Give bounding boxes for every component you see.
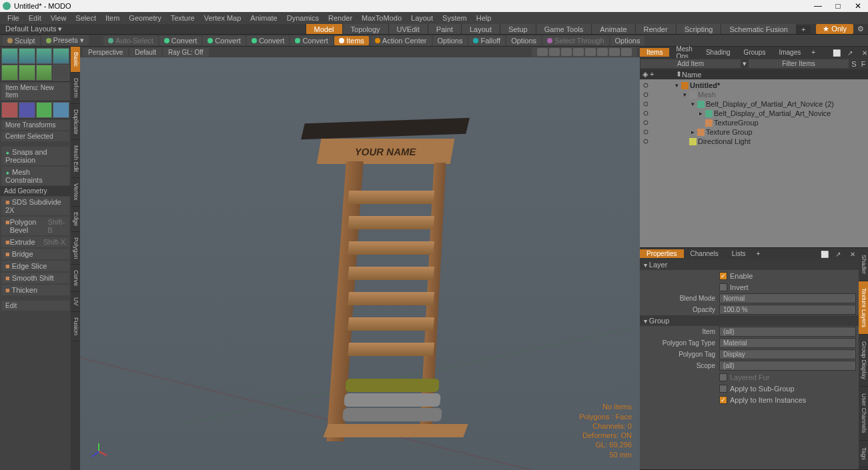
opacity-input[interactable]: 100.0 % [719,305,856,315]
tool-icon-b[interactable] [19,102,35,118]
falloff-button[interactable]: Falloff [468,36,505,45]
bridge-button[interactable]: ■ Bridge [1,249,69,259]
menu-texture[interactable]: Texture [166,14,199,22]
menu-item[interactable]: Item [101,14,124,22]
transform-tool-icon[interactable] [1,48,18,64]
universal-tool-icon[interactable] [53,48,69,64]
visibility-eye-icon[interactable] [642,129,649,135]
presets-dropdown[interactable]: Presets ▾ [41,35,89,45]
layout-tab-schematic-fusion[interactable]: Schematic Fusion [721,24,795,34]
tab-channels[interactable]: Channels [684,249,725,258]
scope-dropdown[interactable]: (all) [719,361,856,371]
viewport-3d-view[interactable]: YOUR NAME No Items Polygons : Face Chann… [80,57,640,470]
left-tab-vertex[interactable]: Vertex [71,178,80,207]
minimize-button[interactable]: — [808,0,828,12]
convert-button-2[interactable]: Convert [203,36,246,45]
panel-icon[interactable]: ⬜ [814,250,827,257]
visibility-eye-icon[interactable] [642,119,649,126]
left-tab-edge[interactable]: Edge [71,207,80,232]
tool-icon-c[interactable] [36,102,53,118]
options-button-3[interactable]: Options [610,36,645,45]
items-tab-add-button[interactable]: + [807,49,819,56]
menu-help[interactable]: Help [472,14,496,22]
convert-button-1[interactable]: Convert [159,36,202,45]
smooth-shift-button[interactable]: ■ Smooth Shift [1,273,69,283]
items-tree[interactable]: ▾Untitled*▾Mesh▾Belt_Display_of_Martial_… [640,79,868,247]
expand-icon[interactable]: ▾ [673,82,680,89]
layout-tab-setup[interactable]: Setup [500,24,536,34]
panel-icon[interactable]: ✕ [855,49,868,56]
tool-icon-7[interactable] [36,65,53,81]
menu-geometry[interactable]: Geometry [124,14,165,22]
filter-s-button[interactable]: S [849,60,859,68]
layout-tab-topology[interactable]: Topology [342,24,388,34]
viewport-icon-4[interactable] [573,48,584,56]
thicken-button[interactable]: ■ Thicken [1,285,69,295]
layout-tab-uvedit[interactable]: UVEdit [388,24,428,34]
options-button-1[interactable]: Options [433,36,468,45]
layout-tab-scripting[interactable]: Scripting [676,24,721,34]
maximize-button[interactable]: □ [828,0,848,12]
action-center-button[interactable]: Action Center [370,36,432,45]
only-toggle[interactable]: ★ Only [816,24,853,34]
layout-tab-model[interactable]: Model [306,24,342,34]
menu-layout[interactable]: Layout [406,14,438,22]
snaps-precision-button[interactable]: ⬥ Snaps and Precision [1,147,69,165]
layout-add-button[interactable]: + [796,25,811,33]
props-tab-add-button[interactable]: + [752,250,764,257]
polygon-bevel-button[interactable]: ■ Polygon BevelShift-B [1,217,69,235]
visibility-eye-icon[interactable] [642,91,649,98]
menu-maxtomodo[interactable]: MaxToModo [357,14,406,22]
add-item-dropdown[interactable]: Add Item [640,59,741,68]
tree-item[interactable]: TextureGroup [640,118,868,127]
visibility-eye-icon[interactable] [642,138,649,145]
expand-icon[interactable]: ▸ [697,110,704,117]
left-tab-mesh-edit[interactable]: Mesh Edit [71,140,80,178]
viewport-icon-7[interactable] [609,48,620,56]
extrude-button[interactable]: ■ ExtrudeShift-X [1,237,69,247]
viewport-icon-5[interactable] [585,48,596,56]
panel-icon[interactable]: ↗ [841,49,854,56]
viewport-icon-3[interactable] [561,48,572,56]
panel-icon[interactable]: ⬜ [826,49,839,56]
scale-tool-icon[interactable] [36,48,53,64]
layout-tab-render[interactable]: Render [635,24,676,34]
item-menu-dropdown[interactable]: Item Menu: New Item [1,83,69,100]
sculpt-button[interactable]: Sculpt [3,36,40,45]
edge-slice-button[interactable]: ■ Edge Slice [1,261,69,271]
viewport-camera-dropdown[interactable]: Perspective [83,48,128,57]
select-through-toggle[interactable]: Select Through [542,36,608,45]
tab-images[interactable]: Images [772,48,807,57]
convert-button-4[interactable]: Convert [290,36,333,45]
viewport-raygl-dropdown[interactable]: Ray GL: Off [163,48,209,57]
left-tab-fusion[interactable]: Fusion [71,312,80,341]
tab-shading[interactable]: Shading [699,48,737,57]
close-button[interactable]: ✕ [848,0,868,12]
visibility-eye-icon[interactable] [642,110,649,117]
tool-icon-5[interactable] [1,65,18,81]
prop-tab-user-channels[interactable]: User Channels [859,387,868,441]
layout-tab-paint[interactable]: Paint [428,24,461,34]
prop-tab-shader[interactable]: Shader [859,248,868,281]
tab-properties[interactable]: Properties [640,249,684,258]
menu-edit[interactable]: Edit [24,14,46,22]
visibility-eye-icon[interactable] [642,101,649,107]
menu-select[interactable]: Select [71,14,101,22]
apply-subgroup-checkbox[interactable] [719,385,727,393]
settings-gear-icon[interactable]: ⚙ [853,25,868,33]
left-tab-curve[interactable]: Curve [71,265,80,292]
polygon-tag-dropdown[interactable]: Display [719,349,856,359]
item-dropdown[interactable]: (all) [719,327,856,337]
options-button-2[interactable]: Options [506,36,541,45]
tool-icon-a[interactable] [1,102,18,118]
tab-groups[interactable]: Groups [737,48,773,57]
menu-animate[interactable]: Animate [246,14,282,22]
menu-vertex-map[interactable]: Vertex Map [199,14,246,22]
polygon-tag-type-dropdown[interactable]: Material [719,338,856,348]
prop-tab-group-display[interactable]: Group Display [859,335,868,387]
menu-view[interactable]: View [46,14,71,22]
tree-item[interactable]: ▸Texture Group [640,127,868,137]
tree-item[interactable]: ▾Belt_Display_of_Martial_Art_Novice (2) [640,99,868,109]
menu-dynamics[interactable]: Dynamics [282,14,324,22]
menu-file[interactable]: File [3,14,24,22]
